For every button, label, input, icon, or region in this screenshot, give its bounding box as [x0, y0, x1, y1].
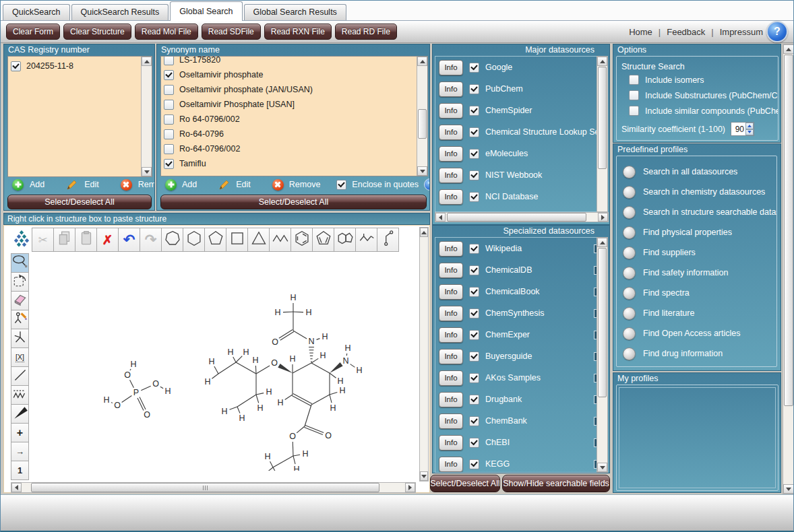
enclose-help-icon[interactable]: ?: [424, 178, 430, 191]
synonym-listbox[interactable]: LS-175820Oseltamivir phosphateOseltamivi…: [160, 56, 428, 176]
chain-tool-button[interactable]: [269, 228, 291, 252]
checkbox[interactable]: [469, 330, 479, 340]
scroll-up-icon[interactable]: [417, 57, 427, 66]
checkbox[interactable]: [469, 149, 479, 159]
select-rotate-button[interactable]: [11, 272, 29, 292]
clear-form-button[interactable]: Clear Form: [6, 24, 60, 40]
scroll-down-icon[interactable]: [142, 167, 152, 176]
charge-plus-button[interactable]: +: [11, 423, 29, 442]
structure-canvas[interactable]: POHOHOHONHOHHHHHHHHHNHHOHHHHHHHHHOOHHHHH: [31, 253, 421, 471]
scroll-right-icon[interactable]: [598, 213, 608, 222]
paste-button[interactable]: [75, 228, 97, 252]
help-icon[interactable]: ?: [766, 21, 788, 42]
fragment-tool-button[interactable]: [355, 228, 377, 252]
scroll-down-icon[interactable]: [783, 484, 794, 494]
scroll-thumb[interactable]: [31, 483, 379, 492]
info-button[interactable]: Info: [439, 81, 463, 97]
atom-tool-button[interactable]: [11, 310, 29, 329]
datasources-select-deselect-all-button[interactable]: Select/Deselect All: [430, 475, 500, 492]
synonym-list-item[interactable]: Ro-64-0796/002: [164, 141, 417, 156]
wavy-bond-button[interactable]: [11, 385, 29, 405]
checkbox[interactable]: [469, 459, 479, 469]
tab-global-search[interactable]: Global Search: [170, 1, 242, 21]
scroll-down-icon[interactable]: [597, 463, 607, 472]
benzene-ring-button[interactable]: [291, 228, 313, 252]
redo-button[interactable]: ↷: [140, 228, 162, 252]
radio-find-physical-properties[interactable]: [623, 226, 636, 239]
checkbox[interactable]: [164, 159, 174, 169]
scroll-up-icon[interactable]: [420, 228, 428, 237]
radio-search-in-structure-searchable-datas[interactable]: [623, 206, 636, 219]
synonym-list-item[interactable]: Ro 64-0796/002: [164, 112, 417, 127]
synonym-list-item[interactable]: LS-175820: [164, 56, 417, 67]
checkbox[interactable]: [164, 144, 174, 154]
radio-find-literature[interactable]: [623, 307, 636, 320]
scroll-right-icon[interactable]: [405, 483, 415, 492]
radio-find-suppliers[interactable]: [623, 246, 636, 259]
editor-horizontal-scrollbar[interactable]: [11, 482, 416, 493]
functional-group-tool-button[interactable]: [377, 228, 399, 252]
checkbox[interactable]: [469, 170, 479, 180]
show-hide-searchable-fields-button[interactable]: Show/Hide searchable fields: [502, 475, 610, 492]
scroll-up-icon[interactable]: [142, 57, 152, 66]
similarity-spinner[interactable]: 90: [731, 122, 754, 136]
info-button[interactable]: Info: [439, 263, 463, 278]
checkbox[interactable]: [629, 106, 639, 116]
major-list-hscrollbar[interactable]: [435, 212, 609, 222]
add-label[interactable]: Add: [182, 180, 197, 189]
delete-atom-button[interactable]: [X]: [11, 347, 29, 367]
checkbox[interactable]: [164, 100, 174, 110]
radio-search-in-all-datasources[interactable]: [623, 166, 636, 178]
reaction-arrow-button[interactable]: →: [11, 442, 29, 461]
read-rxn-file-button[interactable]: Read RXN File: [264, 24, 332, 40]
checkbox[interactable]: [469, 308, 479, 319]
eraser-button[interactable]: [11, 291, 29, 310]
scroll-up-icon[interactable]: [597, 57, 607, 66]
major-list-scrollbar[interactable]: [597, 56, 608, 212]
checkbox[interactable]: [469, 395, 479, 405]
cas-list-item[interactable]: 204255-11-8: [11, 59, 141, 73]
info-button[interactable]: Info: [439, 327, 463, 343]
read-rd-file-button[interactable]: Read RD File: [335, 24, 397, 40]
info-button[interactable]: Info: [439, 241, 463, 257]
info-button[interactable]: Info: [439, 457, 463, 472]
link-impressum[interactable]: Impressum: [720, 27, 763, 37]
info-button[interactable]: Info: [439, 413, 463, 429]
checkbox[interactable]: [469, 84, 479, 94]
ring-square-button[interactable]: [226, 228, 248, 252]
remove-label[interactable]: Remove: [138, 180, 155, 189]
ring-hexagon-button[interactable]: [183, 228, 205, 252]
checkbox[interactable]: [469, 438, 479, 448]
checkbox[interactable]: [469, 265, 479, 275]
ring-pentagon-button[interactable]: [204, 228, 226, 252]
read-mol-file-button[interactable]: Read Mol File: [135, 24, 198, 40]
scroll-up-icon[interactable]: [597, 238, 607, 247]
radio-find-spectra[interactable]: [623, 287, 636, 300]
link-home[interactable]: Home: [629, 27, 652, 37]
synonym-list-item[interactable]: Oseltamivir Phosphate [USAN]: [164, 97, 417, 112]
checkbox[interactable]: [469, 127, 479, 137]
tab-quicksearch[interactable]: QuickSearch: [3, 4, 70, 20]
scroll-up-icon[interactable]: [783, 44, 794, 54]
wedge-bond-button[interactable]: [11, 404, 29, 424]
enclose-in-quotes-checkbox[interactable]: [336, 180, 346, 190]
remove-icon[interactable]: [272, 179, 284, 191]
checkbox[interactable]: [469, 352, 479, 362]
info-button[interactable]: Info: [439, 284, 463, 300]
checkbox[interactable]: [469, 63, 479, 73]
edit-label[interactable]: Edit: [236, 180, 251, 189]
checkbox[interactable]: [629, 90, 639, 100]
single-bond-button[interactable]: [11, 366, 29, 386]
info-button[interactable]: Info: [439, 370, 463, 386]
stereo-tool-button[interactable]: [11, 329, 29, 348]
tab-quicksearch-results[interactable]: QuickSearch Results: [71, 4, 169, 20]
my-profiles-box[interactable]: [616, 385, 778, 491]
checkbox[interactable]: [469, 244, 479, 254]
copy-button[interactable]: [53, 228, 75, 252]
checkbox[interactable]: [629, 75, 639, 85]
synonym-select-deselect-all-button[interactable]: Select/Deselect All: [160, 195, 427, 209]
scroll-thumb[interactable]: [447, 213, 586, 222]
scroll-left-icon[interactable]: [11, 483, 22, 492]
info-button[interactable]: Info: [439, 103, 463, 119]
scroll-thumb[interactable]: [598, 248, 607, 397]
